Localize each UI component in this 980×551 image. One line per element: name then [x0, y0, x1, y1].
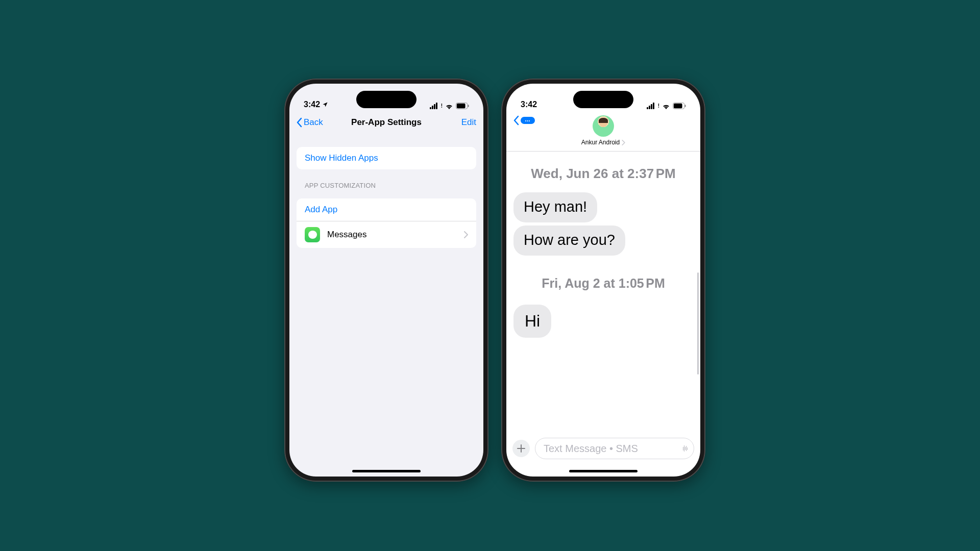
nav-bar: Back Per-App Settings Edit — [289, 111, 483, 134]
svg-rect-2 — [468, 105, 469, 107]
back-count-pill: ••• — [521, 117, 535, 124]
nav-back-label: Back — [304, 117, 323, 128]
chevron-right-icon — [464, 231, 468, 238]
wifi-icon — [662, 103, 670, 109]
dynamic-island — [573, 91, 633, 108]
status-time: 3:42 — [304, 100, 320, 109]
battery-icon — [456, 103, 469, 109]
conversation-header: ••• Ankur Android — [506, 111, 700, 152]
back-button[interactable]: ••• — [513, 115, 535, 126]
messages-app-icon — [305, 227, 320, 242]
plus-icon — [517, 444, 525, 453]
contact-name-label: Ankur Android — [581, 139, 620, 146]
add-attachment-button[interactable] — [512, 440, 530, 457]
home-indicator[interactable] — [352, 470, 421, 472]
message-bubble[interactable]: Hey man! — [513, 192, 597, 222]
add-app-button[interactable]: Add App — [297, 198, 476, 221]
composer: Text Message • SMS — [512, 438, 694, 459]
show-hidden-apps-button[interactable]: Show Hidden Apps — [297, 147, 476, 169]
location-icon — [322, 102, 328, 108]
svg-rect-1 — [457, 104, 465, 108]
nav-back-button[interactable]: Back — [297, 117, 323, 128]
wifi-icon — [445, 103, 453, 109]
cellular-alert-icon: ! — [658, 103, 659, 109]
iphone-frame-left: 3:42 ! Back Per-App Settings Edit — [284, 79, 488, 482]
avatar[interactable] — [593, 115, 614, 137]
iphone-frame-right: 3:42 ! ••• Ankur Android — [501, 79, 705, 482]
message-input-placeholder: Text Message • SMS — [544, 443, 679, 455]
section-header: APP CUSTOMIZATION — [305, 182, 468, 189]
contact-name-button[interactable]: Ankur Android — [506, 139, 700, 146]
battery-icon — [673, 103, 686, 109]
conversation-thread[interactable]: Wed, Jun 26 at 2:37 PM Hey man! How are … — [506, 166, 700, 342]
timestamp: Fri, Aug 2 at 1:05 PM — [514, 276, 692, 291]
nav-edit-button[interactable]: Edit — [461, 117, 476, 128]
chevron-right-icon — [622, 140, 625, 145]
app-row-messages[interactable]: Messages — [297, 221, 476, 248]
add-app-label: Add App — [305, 205, 337, 215]
cellular-icon — [647, 103, 654, 109]
cellular-icon — [430, 103, 437, 109]
show-hidden-apps-label: Show Hidden Apps — [305, 153, 378, 163]
home-indicator[interactable] — [569, 470, 638, 472]
status-time: 3:42 — [521, 100, 537, 109]
svg-rect-4 — [674, 104, 682, 108]
svg-rect-5 — [685, 105, 686, 107]
message-bubble[interactable]: How are you? — [513, 226, 625, 256]
app-row-label: Messages — [327, 230, 366, 240]
message-bubble[interactable]: Hi — [513, 305, 551, 338]
dynamic-island — [356, 91, 416, 108]
audio-message-icon[interactable] — [683, 445, 688, 452]
timestamp: Wed, Jun 26 at 2:37 PM — [516, 166, 691, 182]
cellular-alert-icon: ! — [441, 103, 443, 109]
scrollbar[interactable] — [697, 272, 699, 374]
message-input[interactable]: Text Message • SMS — [535, 438, 694, 459]
